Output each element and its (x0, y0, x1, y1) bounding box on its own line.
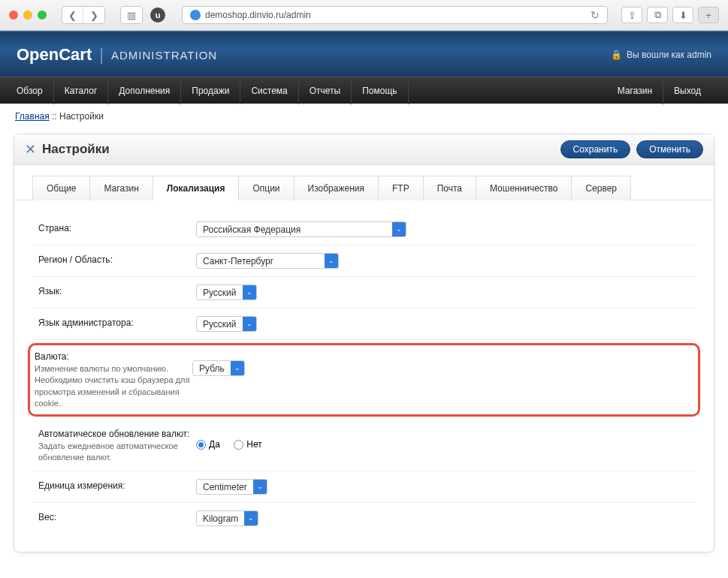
login-text: Вы вошли как admin (627, 50, 711, 60)
form-area: Страна: Российская Федерация ⌄ Регион / … (14, 200, 714, 552)
back-button[interactable]: ❮ (62, 7, 83, 23)
toolbar-right: ⇪ ⧉ ⬇ + (621, 7, 719, 23)
chevron-down-icon: ⌄ (325, 254, 338, 268)
label-region: Регион / Область: (38, 253, 196, 265)
breadcrumb-sep: :: (50, 111, 59, 122)
help-currency: Изменение валюты по умолчанию. Необходим… (35, 363, 192, 410)
tab-image[interactable]: Изображения (294, 176, 379, 200)
label-language: Язык: (38, 284, 196, 297)
label-currency: Валюта: Изменение валюты по умолчанию. Н… (35, 350, 192, 410)
select-language[interactable]: Русский ⌄ (196, 284, 257, 300)
tabs-button[interactable]: ⧉ (647, 7, 668, 23)
select-region[interactable]: Санкт-Петербург ⌄ (196, 253, 339, 269)
sidebar-icon: ▥ (121, 7, 142, 23)
radio-no[interactable] (234, 440, 243, 450)
reload-icon[interactable]: ↻ (591, 9, 600, 21)
settings-panel: ✕ Настройки Сохранить Отменить Общие Маг… (14, 134, 714, 552)
row-admin-language: Язык администратора: Русский ⌄ (32, 309, 696, 340)
tab-store[interactable]: Магазин (89, 176, 153, 200)
page-title: Настройки (42, 142, 554, 157)
close-window-icon[interactable] (9, 11, 18, 20)
login-status: 🔒 Вы вошли как admin (611, 50, 711, 60)
save-button[interactable]: Сохранить (560, 140, 631, 158)
sidebar-toggle[interactable]: ▥ (120, 6, 143, 24)
extension-badge[interactable]: u (150, 8, 165, 23)
select-weight[interactable]: Kilogram ⌄ (196, 510, 258, 526)
browser-toolbar: ❮ ❯ ▥ u demoshop.dinvio.ru/admin ↻ ⇪ ⧉ ⬇… (0, 0, 728, 31)
nav-buttons: ❮ ❯ (62, 6, 105, 24)
chevron-down-icon: ⌄ (231, 361, 244, 375)
row-language: Язык: Русский ⌄ (32, 277, 696, 309)
select-admin-language[interactable]: Русский ⌄ (196, 316, 257, 332)
label-length: Единица измерения: (38, 479, 196, 491)
label-auto-update-text: Автоматическое обновление валют: (38, 429, 189, 439)
chevron-down-icon: ⌄ (243, 317, 256, 331)
newtab-button[interactable]: + (698, 7, 719, 23)
tab-general[interactable]: Общие (32, 176, 90, 200)
tab-mail[interactable]: Почта (423, 176, 476, 200)
select-admin-language-value: Русский (197, 319, 243, 330)
radio-yes[interactable] (196, 440, 206, 450)
select-currency-value: Рубль (193, 363, 231, 374)
tab-ftp[interactable]: FTP (378, 176, 424, 200)
cancel-button[interactable]: Отменить (636, 140, 703, 158)
breadcrumb-home[interactable]: Главная (15, 111, 50, 122)
chevron-down-icon: ⌄ (392, 222, 406, 236)
nav-overview[interactable]: Обзор (17, 77, 54, 104)
forward-button[interactable]: ❯ (83, 7, 104, 23)
settings-icon: ✕ (25, 141, 36, 158)
select-region-value: Санкт-Петербург (197, 256, 325, 266)
row-length: Единица измерения: Centimeter ⌄ (32, 471, 696, 503)
share-button[interactable]: ⇪ (621, 7, 642, 23)
minimize-window-icon[interactable] (23, 11, 32, 20)
downloads-button[interactable]: ⬇ (672, 7, 693, 23)
nav-storefront[interactable]: Магазин (607, 77, 663, 104)
select-currency[interactable]: Рубль ⌄ (192, 360, 245, 376)
breadcrumb: Главная :: Настройки (0, 104, 728, 129)
window-controls[interactable] (9, 11, 47, 20)
chevron-down-icon: ⌄ (253, 480, 267, 494)
chevron-down-icon: ⌄ (243, 285, 256, 300)
tab-fraud[interactable]: Мошенничество (476, 176, 572, 200)
radio-no-label: Нет (246, 439, 261, 450)
maximize-window-icon[interactable] (38, 11, 47, 20)
select-country-value: Российская Федерация (197, 224, 392, 235)
nav-help[interactable]: Помощь (352, 77, 408, 104)
url-text: demoshop.dinvio.ru/admin (205, 10, 311, 20)
row-currency: Валюта: Изменение валюты по умолчанию. Н… (28, 343, 700, 417)
brand-separator: | (99, 45, 104, 65)
nav-reports[interactable]: Отчеты (299, 77, 352, 104)
tab-local[interactable]: Локализация (153, 176, 240, 201)
lock-icon: 🔒 (611, 50, 622, 60)
nav-system[interactable]: Система (240, 77, 298, 104)
label-weight: Вес: (38, 510, 196, 522)
app-header: OpenCart | ADMINISTRATION 🔒 Вы вошли как… (0, 31, 728, 77)
brand-subtitle: ADMINISTRATION (111, 49, 217, 62)
nav-catalog[interactable]: Каталог (54, 77, 109, 104)
panel-header: ✕ Настройки Сохранить Отменить (14, 134, 714, 165)
select-weight-value: Kilogram (197, 513, 244, 524)
select-length[interactable]: Centimeter ⌄ (196, 479, 267, 495)
address-bar[interactable]: demoshop.dinvio.ru/admin ↻ (182, 6, 608, 24)
nav-extensions[interactable]: Дополнения (108, 77, 181, 104)
breadcrumb-current: Настройки (59, 111, 104, 122)
row-country: Страна: Российская Федерация ⌄ (32, 214, 696, 245)
chevron-down-icon: ⌄ (244, 511, 258, 525)
row-weight: Вес: Kilogram ⌄ (32, 503, 696, 534)
row-auto-update: Автоматическое обновление валют: Задать … (32, 420, 696, 472)
main-nav: Обзор Каталог Дополнения Продажи Система… (0, 77, 728, 104)
radio-yes-label: Да (209, 439, 220, 450)
label-country: Страна: (38, 221, 196, 233)
label-auto-update: Автоматическое обновление валют: Задать … (38, 427, 196, 464)
nav-logout[interactable]: Выход (663, 77, 711, 104)
tab-option[interactable]: Опции (238, 176, 294, 200)
row-region: Регион / Область: Санкт-Петербург ⌄ (32, 245, 696, 277)
select-language-value: Русский (197, 287, 243, 298)
help-auto-update: Задать ежедневное автоматическое обновле… (38, 441, 196, 464)
label-currency-text: Валюта: (35, 351, 69, 362)
tab-server[interactable]: Сервер (571, 176, 631, 200)
tabs: Общие Магазин Локализация Опции Изображе… (14, 165, 714, 200)
nav-sales[interactable]: Продажи (181, 77, 240, 104)
select-length-value: Centimeter (197, 482, 253, 492)
select-country[interactable]: Российская Федерация ⌄ (196, 221, 406, 237)
